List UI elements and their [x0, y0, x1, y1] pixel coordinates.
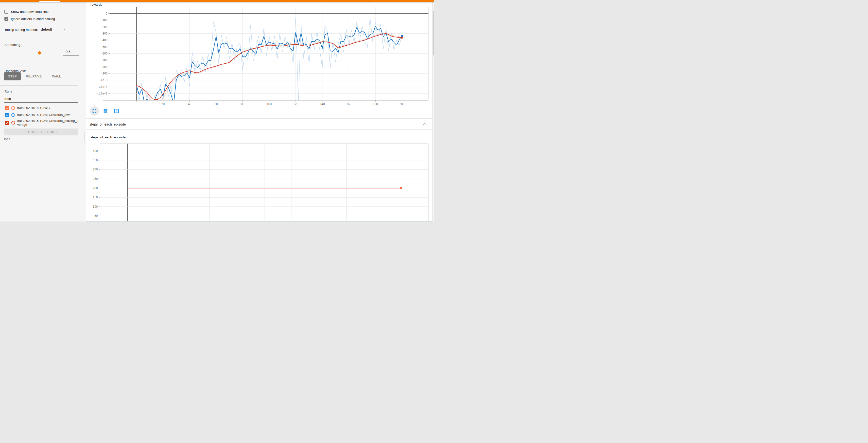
- runs-filter-input[interactable]: [4, 97, 76, 101]
- y-axis-tick-label: 300: [93, 168, 98, 171]
- y-axis-tick-label: 100: [93, 205, 98, 208]
- runs-heading: Runs: [4, 90, 12, 93]
- y-axis-tick-label: 200: [93, 186, 98, 190]
- run-checkbox[interactable]: [5, 113, 9, 117]
- tensorboard-scalars-page: Show data download links Ignore outliers…: [0, 0, 434, 222]
- y-axis-tick-label: 250: [93, 177, 98, 181]
- ignore-outliers-checkbox[interactable]: [4, 17, 8, 21]
- y-axis-tick-label: 400: [93, 149, 98, 153]
- active-tab-indicator: [39, 1, 60, 2]
- run-color-circle[interactable]: [11, 121, 15, 124]
- settings-sidebar: Show data download links Ignore outliers…: [0, 2, 86, 222]
- toggle-all-runs-button[interactable]: TOGGLE ALL RUNS: [4, 128, 79, 136]
- smoothing-heading: Smoothing: [4, 43, 21, 47]
- axis-wall-button[interactable]: WALL: [47, 72, 66, 81]
- show-download-links-checkbox[interactable]: [4, 10, 8, 13]
- smoothing-slider-thumb[interactable]: [38, 51, 41, 55]
- run-color-circle[interactable]: [11, 106, 15, 110]
- run-label: train/20201015-192417/rewards_moving_ave…: [17, 119, 79, 126]
- runs-filter-underline: [4, 102, 78, 103]
- app-header-bar: [0, 0, 434, 2]
- run-color-circle[interactable]: [11, 113, 15, 117]
- page-scrollbar[interactable]: [432, 2, 434, 222]
- ignore-outliers-label: Ignore outliers in chart scaling: [11, 17, 55, 21]
- series-end-dot[interactable]: [400, 187, 402, 189]
- ignore-outliers-row[interactable]: Ignore outliers in chart scaling: [4, 17, 55, 21]
- tooltip-sorting-label: Tooltip sorting method:: [4, 27, 38, 32]
- horizontal-axis-buttons: STEP RELATIVE WALL: [4, 72, 66, 81]
- logs-path-label: logs: [4, 137, 10, 141]
- run-row-train[interactable]: train/20201015-192417: [5, 106, 50, 110]
- page-scrollbar-thumb[interactable]: [433, 11, 434, 56]
- tooltip-sorting-row: Tooltip sorting method: default: [4, 27, 67, 33]
- run-checkbox[interactable]: [5, 121, 9, 125]
- show-download-links-label: Show data download links: [11, 10, 49, 13]
- chevron-down-icon: [64, 29, 66, 30]
- tooltip-sorting-value: default: [41, 27, 52, 31]
- smoothing-slider[interactable]: [8, 53, 60, 53]
- run-row-rewards-moving-average[interactable]: train/20201015-192417/rewards_moving_ave…: [5, 119, 79, 126]
- y-axis-tick-label: 350: [93, 158, 98, 162]
- smoothing-value-field[interactable]: 0.6: [63, 50, 79, 56]
- run-label: train/20201015-192417/rewards_raw: [17, 113, 69, 117]
- sidebar-divider: [0, 85, 79, 86]
- tooltip-sorting-select[interactable]: default: [40, 27, 67, 33]
- y-axis-tick-label: 150: [93, 196, 98, 199]
- bottom-edge-strip: [86, 221, 433, 222]
- smoothing-slider-track: [8, 53, 40, 53]
- run-checkbox[interactable]: [5, 106, 9, 110]
- axis-relative-button[interactable]: RELATIVE: [21, 72, 47, 81]
- axis-step-button[interactable]: STEP: [4, 72, 21, 81]
- show-download-links-row[interactable]: Show data download links: [4, 9, 49, 14]
- sidebar-divider: [0, 63, 79, 63]
- sidebar-scrollbar[interactable]: [85, 132, 86, 143]
- run-row-rewards-raw[interactable]: train/20201015-192417/rewards_raw: [5, 113, 69, 117]
- run-label: train/20201015-192417: [17, 106, 50, 110]
- y-axis-tick-label: 50: [94, 214, 98, 217]
